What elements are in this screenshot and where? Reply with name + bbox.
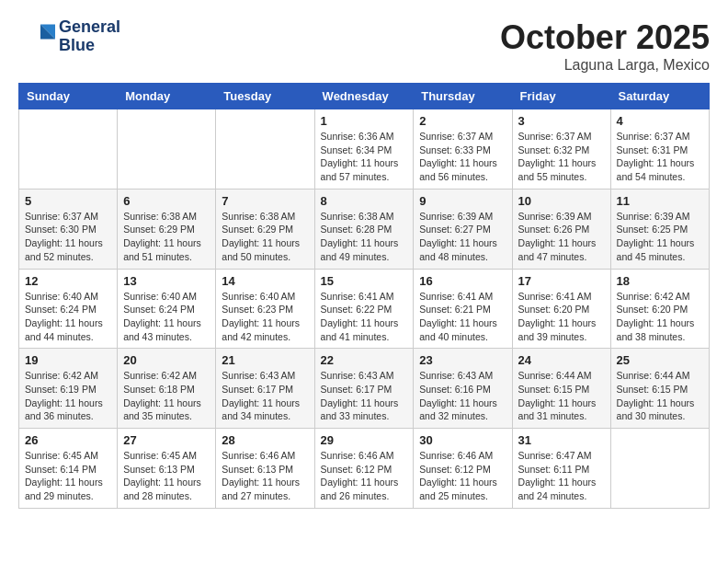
calendar-cell: 21Sunrise: 6:43 AM Sunset: 6:17 PM Dayli… <box>216 349 314 429</box>
calendar-week-row: 12Sunrise: 6:40 AM Sunset: 6:24 PM Dayli… <box>19 269 710 349</box>
day-info: Sunrise: 6:43 AM Sunset: 6:17 PM Dayligh… <box>222 369 308 423</box>
day-info: Sunrise: 6:42 AM Sunset: 6:20 PM Dayligh… <box>617 290 703 344</box>
calendar-cell: 9Sunrise: 6:39 AM Sunset: 6:27 PM Daylig… <box>414 189 512 269</box>
day-info: Sunrise: 6:45 AM Sunset: 6:13 PM Dayligh… <box>123 449 210 503</box>
day-number: 20 <box>123 353 210 367</box>
day-number: 17 <box>518 274 605 288</box>
day-info: Sunrise: 6:47 AM Sunset: 6:11 PM Dayligh… <box>518 449 605 503</box>
calendar-cell: 3Sunrise: 6:37 AM Sunset: 6:32 PM Daylig… <box>512 109 610 190</box>
day-info: Sunrise: 6:41 AM Sunset: 6:21 PM Dayligh… <box>419 290 506 344</box>
calendar-cell: 15Sunrise: 6:41 AM Sunset: 6:22 PM Dayli… <box>314 269 414 349</box>
calendar-cell: 25Sunrise: 6:44 AM Sunset: 6:15 PM Dayli… <box>610 349 709 429</box>
day-info: Sunrise: 6:40 AM Sunset: 6:24 PM Dayligh… <box>25 290 111 344</box>
logo: General Blue <box>18 18 120 55</box>
day-number: 26 <box>25 433 111 447</box>
day-info: Sunrise: 6:43 AM Sunset: 6:17 PM Dayligh… <box>321 369 408 423</box>
day-info: Sunrise: 6:36 AM Sunset: 6:34 PM Dayligh… <box>321 130 408 184</box>
calendar-cell: 8Sunrise: 6:38 AM Sunset: 6:28 PM Daylig… <box>314 189 414 269</box>
day-number: 22 <box>321 353 408 367</box>
day-number: 24 <box>518 353 605 367</box>
weekday-header-row: SundayMondayTuesdayWednesdayThursdayFrid… <box>19 84 710 109</box>
day-info: Sunrise: 6:39 AM Sunset: 6:27 PM Dayligh… <box>419 210 506 264</box>
calendar-cell: 7Sunrise: 6:38 AM Sunset: 6:29 PM Daylig… <box>216 189 314 269</box>
day-info: Sunrise: 6:37 AM Sunset: 6:30 PM Dayligh… <box>25 210 111 264</box>
calendar-cell: 19Sunrise: 6:42 AM Sunset: 6:19 PM Dayli… <box>19 349 118 429</box>
day-info: Sunrise: 6:40 AM Sunset: 6:24 PM Dayligh… <box>123 290 210 344</box>
day-number: 11 <box>617 194 703 208</box>
day-info: Sunrise: 6:39 AM Sunset: 6:25 PM Dayligh… <box>617 210 703 264</box>
title-block: October 2025 Laguna Larga, Mexico <box>500 18 710 74</box>
calendar-week-row: 5Sunrise: 6:37 AM Sunset: 6:30 PM Daylig… <box>19 189 710 269</box>
calendar-cell: 13Sunrise: 6:40 AM Sunset: 6:24 PM Dayli… <box>118 269 216 349</box>
calendar-week-row: 19Sunrise: 6:42 AM Sunset: 6:19 PM Dayli… <box>19 349 710 429</box>
day-number: 14 <box>222 274 308 288</box>
calendar-cell: 23Sunrise: 6:43 AM Sunset: 6:16 PM Dayli… <box>414 349 512 429</box>
calendar-cell: 16Sunrise: 6:41 AM Sunset: 6:21 PM Dayli… <box>414 269 512 349</box>
calendar-cell: 11Sunrise: 6:39 AM Sunset: 6:25 PM Dayli… <box>610 189 709 269</box>
day-number: 10 <box>518 194 605 208</box>
day-info: Sunrise: 6:45 AM Sunset: 6:14 PM Dayligh… <box>25 449 111 503</box>
day-number: 18 <box>617 274 703 288</box>
calendar-table: SundayMondayTuesdayWednesdayThursdayFrid… <box>18 83 710 509</box>
logo-icon <box>18 18 55 55</box>
day-number: 31 <box>518 433 605 447</box>
day-info: Sunrise: 6:42 AM Sunset: 6:19 PM Dayligh… <box>25 369 111 423</box>
calendar-cell <box>19 109 118 190</box>
day-number: 29 <box>321 433 408 447</box>
day-number: 30 <box>419 433 506 447</box>
logo-text: General Blue <box>59 18 120 55</box>
weekday-header: Friday <box>512 84 610 109</box>
calendar-cell: 1Sunrise: 6:36 AM Sunset: 6:34 PM Daylig… <box>314 109 414 190</box>
day-info: Sunrise: 6:38 AM Sunset: 6:29 PM Dayligh… <box>123 210 210 264</box>
calendar-week-row: 1Sunrise: 6:36 AM Sunset: 6:34 PM Daylig… <box>19 109 710 190</box>
day-info: Sunrise: 6:37 AM Sunset: 6:31 PM Dayligh… <box>617 130 703 184</box>
calendar-cell: 2Sunrise: 6:37 AM Sunset: 6:33 PM Daylig… <box>414 109 512 190</box>
calendar-cell: 10Sunrise: 6:39 AM Sunset: 6:26 PM Dayli… <box>512 189 610 269</box>
calendar-cell: 26Sunrise: 6:45 AM Sunset: 6:14 PM Dayli… <box>19 429 118 509</box>
day-info: Sunrise: 6:41 AM Sunset: 6:20 PM Dayligh… <box>518 290 605 344</box>
weekday-header: Tuesday <box>216 84 314 109</box>
day-info: Sunrise: 6:40 AM Sunset: 6:23 PM Dayligh… <box>222 290 308 344</box>
calendar-cell <box>118 109 216 190</box>
day-info: Sunrise: 6:46 AM Sunset: 6:12 PM Dayligh… <box>321 449 408 503</box>
day-number: 15 <box>321 274 408 288</box>
calendar-cell: 24Sunrise: 6:44 AM Sunset: 6:15 PM Dayli… <box>512 349 610 429</box>
day-number: 6 <box>123 194 210 208</box>
calendar-cell: 6Sunrise: 6:38 AM Sunset: 6:29 PM Daylig… <box>118 189 216 269</box>
month-title: October 2025 <box>500 18 710 57</box>
day-number: 28 <box>222 433 308 447</box>
day-info: Sunrise: 6:46 AM Sunset: 6:12 PM Dayligh… <box>419 449 506 503</box>
calendar-cell: 12Sunrise: 6:40 AM Sunset: 6:24 PM Dayli… <box>19 269 118 349</box>
day-info: Sunrise: 6:42 AM Sunset: 6:18 PM Dayligh… <box>123 369 210 423</box>
day-number: 25 <box>617 353 703 367</box>
weekday-header: Wednesday <box>314 84 414 109</box>
calendar-cell: 4Sunrise: 6:37 AM Sunset: 6:31 PM Daylig… <box>610 109 709 190</box>
calendar-cell: 17Sunrise: 6:41 AM Sunset: 6:20 PM Dayli… <box>512 269 610 349</box>
day-info: Sunrise: 6:44 AM Sunset: 6:15 PM Dayligh… <box>617 369 703 423</box>
day-number: 9 <box>419 194 506 208</box>
day-info: Sunrise: 6:46 AM Sunset: 6:13 PM Dayligh… <box>222 449 308 503</box>
day-number: 3 <box>518 114 605 128</box>
day-info: Sunrise: 6:41 AM Sunset: 6:22 PM Dayligh… <box>321 290 408 344</box>
day-info: Sunrise: 6:38 AM Sunset: 6:29 PM Dayligh… <box>222 210 308 264</box>
day-number: 5 <box>25 194 111 208</box>
day-number: 21 <box>222 353 308 367</box>
location: Laguna Larga, Mexico <box>500 57 710 74</box>
calendar-week-row: 26Sunrise: 6:45 AM Sunset: 6:14 PM Dayli… <box>19 429 710 509</box>
calendar-cell: 5Sunrise: 6:37 AM Sunset: 6:30 PM Daylig… <box>19 189 118 269</box>
calendar-cell <box>216 109 314 190</box>
day-info: Sunrise: 6:39 AM Sunset: 6:26 PM Dayligh… <box>518 210 605 264</box>
calendar-cell: 27Sunrise: 6:45 AM Sunset: 6:13 PM Dayli… <box>118 429 216 509</box>
day-number: 27 <box>123 433 210 447</box>
weekday-header: Sunday <box>19 84 118 109</box>
day-info: Sunrise: 6:43 AM Sunset: 6:16 PM Dayligh… <box>419 369 506 423</box>
weekday-header: Monday <box>118 84 216 109</box>
calendar-cell: 14Sunrise: 6:40 AM Sunset: 6:23 PM Dayli… <box>216 269 314 349</box>
day-number: 1 <box>321 114 408 128</box>
day-number: 2 <box>419 114 506 128</box>
day-info: Sunrise: 6:37 AM Sunset: 6:32 PM Dayligh… <box>518 130 605 184</box>
weekday-header: Saturday <box>610 84 709 109</box>
day-number: 7 <box>222 194 308 208</box>
day-number: 23 <box>419 353 506 367</box>
day-number: 8 <box>321 194 408 208</box>
